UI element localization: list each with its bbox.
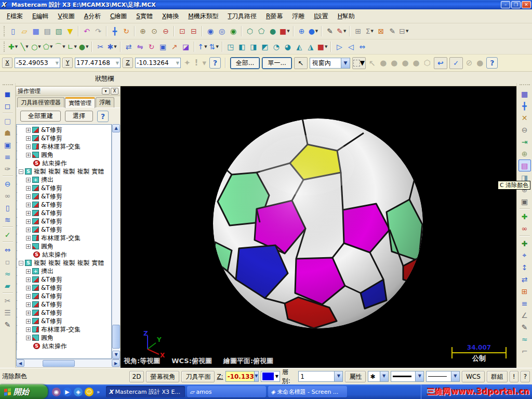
xform-project-icon[interactable]: ◪ [180,41,192,52]
help-button[interactable]: ? [521,371,530,382]
curve-rect-icon[interactable]: ▢ [2,115,14,127]
soccer-ball-model[interactable] [121,86,516,368]
minimize-button[interactable]: – [501,1,510,8]
gview-wireframe-icon[interactable]: ⬠ [256,25,267,37]
scroll-right-icon[interactable]: ▶ [112,360,120,367]
gview-isometric-icon[interactable]: ⬡ [244,25,256,37]
tree-row[interactable]: +&T修剪 [17,275,111,284]
tree-row[interactable]: S結束操作 [17,342,111,350]
create-polyline-icon[interactable]: ∟▼ [66,41,78,52]
expand-icon[interactable]: + [26,228,31,232]
expand-icon[interactable]: + [26,219,31,224]
gview-shaded-icon[interactable]: ● [267,25,278,37]
create-point-icon[interactable]: ✚▼ [7,41,19,52]
tree-row[interactable]: +&T修剪 [17,201,111,209]
tab-1[interactable]: 實體管理 [65,97,95,108]
add-point-icon[interactable]: ✚ [518,237,531,249]
tree-row[interactable]: +&T修剪 [17,225,111,234]
scroll-up-icon[interactable]: ▲ [112,124,120,132]
z-coordinate-button[interactable]: Z [123,58,133,68]
pen-delete-icon[interactable]: ✎▼ [336,25,347,37]
print-icon[interactable]: ▤ [42,25,53,37]
expand-icon[interactable]: + [26,311,31,315]
color-cycle-icon[interactable]: ▤ [518,159,531,171]
material-icon[interactable]: ■▼ [278,25,291,37]
tree-row[interactable]: +&T修剪 [17,284,111,292]
ruler-icon[interactable]: ⌐ [518,345,531,357]
tree-row[interactable]: +&T修剪 [17,300,111,309]
taskbar-task[interactable]: XMastercam 設計 X3 E... [106,386,185,397]
level-swap-icon[interactable]: ⇅▼ [208,41,220,52]
add-entity-icon[interactable]: ✚ [518,210,531,222]
redo-icon[interactable]: ↷ [92,25,104,37]
find-chain-icon[interactable]: ◎ [216,25,228,37]
tree-row[interactable]: +&T修剪 [17,292,111,300]
attributes-button[interactable]: 屬性 [345,371,366,382]
menu-I[interactable]: I設置 [309,10,333,22]
pen-tool-icon[interactable]: ✎ [2,318,14,330]
create-arc-icon[interactable]: ○▼ [30,41,42,52]
chevron-down-icon[interactable]: ▼ [116,61,119,65]
panel-menu-button[interactable]: ▾ [102,88,110,95]
cplane-prev-icon[interactable]: ◁ [345,41,356,52]
waves-icon[interactable]: ≈ [2,268,14,280]
check-plant-icon[interactable]: ✓ [2,229,14,241]
quick-launch-browser-icon[interactable]: ◈ [74,388,83,396]
open-file-icon[interactable]: ▱ [19,25,30,37]
chevron-down-icon[interactable]: ▼ [380,371,388,381]
ellipse-icon[interactable]: ⊖ [2,178,14,190]
pen-edit-icon[interactable]: ✎ [518,321,531,333]
z-coordinate-field[interactable]: -10.13264▼ [135,58,181,68]
solid-extrude-icon[interactable]: ◳ [225,41,236,52]
collapse-icon[interactable]: − [19,169,23,174]
y-coordinate-button[interactable]: Y [62,58,73,68]
screen-view-button[interactable]: 螢幕視角 [146,371,179,382]
quick-launch-media-icon[interactable]: ◉ [52,388,61,396]
undo-icon[interactable]: ↶ [81,25,92,37]
xform-rotate-icon[interactable]: ↻ [146,41,157,52]
expand-icon[interactable]: + [26,194,31,199]
expand-icon[interactable]: + [26,269,31,274]
expand-icon[interactable]: + [26,203,31,207]
tree-row[interactable]: +布林運算-交集 [17,142,111,151]
tree-row[interactable]: +&T修剪 [17,192,111,201]
xform-offset-icon[interactable]: ▣ [157,41,169,52]
zoom-out-icon[interactable]: ⊖ [160,25,171,37]
color-swatch-select[interactable]: ▼ [261,371,280,382]
solid-red-cube-icon[interactable]: ■▼ [316,41,329,52]
select-all-button[interactable]: 全部... [230,57,260,69]
expand-icon[interactable]: + [26,294,31,299]
create-line-icon[interactable]: ╲▼ [19,41,30,52]
expand-icon[interactable]: + [26,211,31,216]
grid-snap-icon[interactable]: ⊞ [518,285,531,297]
graphics-viewport[interactable]: Z Y X 視角:等視圖 WCS:俯視圖 繪圖平面:俯視圖 34.007 公制 [121,86,516,368]
tree-row[interactable]: S結束操作 [17,250,111,259]
panel-help-button[interactable]: ? [97,111,109,122]
cylinder-icon[interactable]: ▯ [2,202,14,214]
tree-row[interactable]: +布林運算-交集 [17,325,111,334]
comb-icon[interactable]: ☰ [2,307,14,318]
zoom-in-icon[interactable]: ⊕ [137,25,149,37]
undo-selection-button[interactable]: ↩ [434,57,447,69]
tree-row[interactable]: −S複製 複製 複製 複製 實體 [17,167,111,176]
grid-icon[interactable]: ⊞ [352,25,364,37]
menu-S[interactable]: S實體 [131,10,157,22]
dynamic-spin-icon[interactable]: ✕ [518,112,531,124]
pan-view-icon[interactable]: ╋ [518,100,531,112]
chevron-down-icon[interactable]: ▼ [176,61,179,65]
wcs-button[interactable]: WCS [462,371,485,382]
list-view-icon[interactable]: ≡ [518,297,531,309]
xform-mirror-icon[interactable]: ⇋ [135,41,146,52]
pan-icon[interactable]: ╋ [109,25,121,37]
trim-tool-icon[interactable]: ✂ [95,41,106,52]
camera-icon[interactable]: ▣ [518,195,531,207]
chevron-down-icon[interactable]: ▼ [334,371,342,381]
dashed-box-icon[interactable]: ▫ [2,256,14,268]
expand-icon[interactable]: + [26,336,31,340]
warning-button[interactable]: ! [510,371,518,382]
menu-R[interactable]: R螢幕 [261,10,287,22]
move-vertical-icon[interactable]: ↕ [518,261,531,273]
knife-icon[interactable]: ✂ [2,295,14,307]
fit-width-icon[interactable]: ⇔ [2,244,14,256]
menu-A[interactable]: A分析 [79,10,105,22]
